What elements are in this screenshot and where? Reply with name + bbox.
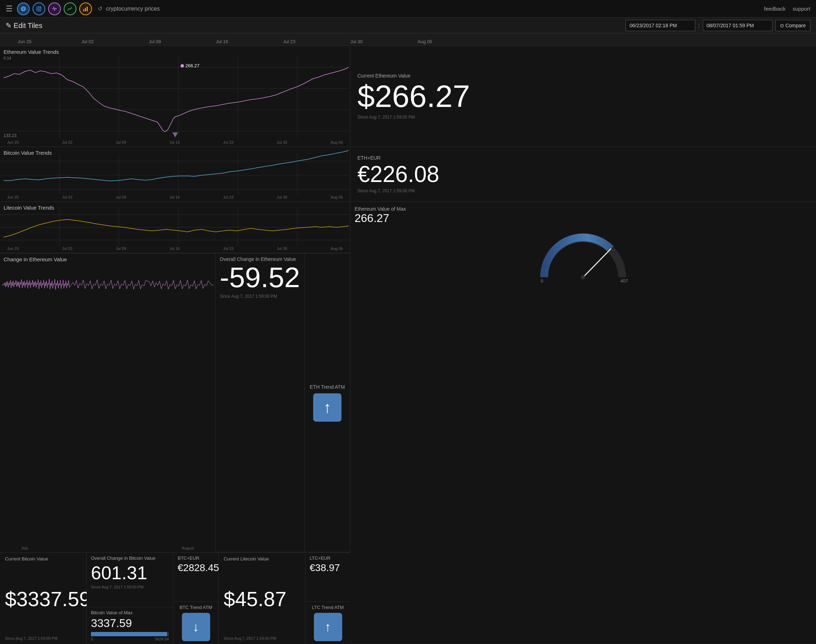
svg-line-31	[583, 249, 611, 277]
bitcoin-max-bar	[91, 632, 169, 636]
nav-logo-btn[interactable]	[17, 3, 30, 15]
current-eth-since: Since Aug 7, 2017 1:59:00 PM	[357, 115, 809, 120]
svg-point-32	[581, 275, 585, 279]
eth-max-gauge-label: Ethereum Value of Max	[355, 206, 406, 212]
timeline-tick-2: Jul 02	[81, 39, 94, 44]
eth-max-gauge-value: 266.27	[355, 212, 389, 225]
eth-trend-atm-tile: ETH Trend ATM ↑	[305, 253, 350, 552]
current-eth-value: $266.27	[357, 81, 809, 112]
bitcoin-max-fill	[91, 632, 167, 636]
btc-trend-atm-tile: BTC Trend ATM ↓	[173, 601, 218, 644]
svg-text:0: 0	[541, 278, 543, 284]
overall-change-eth-since: Since Aug 7, 2017 1:59:00 PM	[220, 294, 300, 299]
eth-eur-since: Since Aug 7, 2017 1:59:00 PM	[357, 189, 809, 193]
current-eth-tile: Current Ethereum Value $266.27 Since Aug…	[350, 46, 816, 147]
change-eth-date1: July	[21, 546, 28, 550]
eth-eur-value: €226.08	[357, 163, 809, 186]
overall-change-eth-label: Overall Change in Ethereum Value	[220, 256, 300, 262]
ltc-eur-atm-col: LTC+EUR €38.97 LTC Trend ATM ↑	[305, 553, 351, 644]
bitcoin-trends-tile: Bitcoin Value Trends Jun 25Jul 02Jul 09J…	[0, 147, 350, 202]
support-link[interactable]: support	[793, 6, 810, 12]
edit-tiles-bar: ✎ Edit Tiles : ⊙ Compare	[0, 18, 816, 33]
current-bitcoin-since: Since Aug 7, 2017 1:59:00 PM	[5, 636, 81, 641]
timeline-tick-6: Jul 30	[350, 39, 363, 44]
eth-chart-title: Ethereum Value Trends	[3, 49, 59, 55]
svg-rect-3	[83, 9, 84, 11]
eth-chart-triangle	[172, 132, 178, 137]
bitcoin-max-progress-labels: 0 3424.94	[91, 637, 169, 641]
svg-point-2	[40, 7, 41, 8]
timeline-tick-1: Jun 25	[18, 39, 32, 44]
change-eth-tile: Change in Ethereum Value July August	[0, 253, 216, 552]
timeline-tick-4: Jul 16	[216, 39, 228, 44]
btc-date-labels: Jun 25Jul 02Jul 09Jul 16Jul 23Jul 30Aug …	[0, 195, 350, 199]
compare-button[interactable]: ⊙ Compare	[775, 20, 810, 31]
nav-chart-btn[interactable]	[64, 3, 77, 15]
ltc-date-labels: Jun 25Jul 02Jul 09Jul 16Jul 23Jul 30Aug …	[0, 247, 350, 251]
current-bitcoin-tile: Current Bitcoin Value $3337.59 Since Aug…	[0, 553, 87, 644]
btc-eur-value: €2828.45	[178, 562, 214, 573]
btc-eur-tile: BTC+EUR €2828.45	[173, 553, 218, 601]
date-range: : ⊙ Compare	[626, 20, 810, 31]
eth-trend-up-btn[interactable]: ↑	[313, 393, 341, 422]
timeline-bar: Jun 25 Jul 02 Jul 09 Jul 16 Jul 23 Jul 3…	[0, 33, 816, 46]
ltc-trend-up-btn[interactable]: ↑	[314, 613, 342, 641]
change-eth-svg	[0, 253, 215, 317]
eth-marker: 266.27	[181, 63, 200, 68]
current-bitcoin-value: $3337.59	[5, 563, 81, 635]
svg-point-1	[38, 8, 40, 10]
eth-chart-svg	[0, 46, 350, 147]
nav-right: feedback support	[764, 6, 810, 12]
overall-change-btc-label: Overall Change in Bitcoin Value	[91, 555, 169, 561]
btc-trend-atm-label: BTC Trend ATM	[179, 605, 212, 610]
eth-date-labels: Jun 25Jul 02Jul 09Jul 16Jul 23Jul 30Aug …	[0, 140, 350, 144]
overall-change-eth-tile: Overall Change in Ethereum Value -59.52 …	[216, 253, 305, 552]
svg-text:407: 407	[620, 278, 628, 284]
overall-change-btc-tile: Overall Change in Bitcoin Value 601.31 S…	[87, 553, 173, 644]
btc-trend-down-btn[interactable]: ↓	[182, 613, 210, 641]
nav-instagram-btn[interactable]	[32, 3, 45, 15]
nav-icons	[17, 3, 92, 15]
ltc-eur-value: €38.97	[309, 562, 346, 573]
hamburger-icon[interactable]: ☰	[6, 4, 13, 14]
change-eth-date2: August	[182, 546, 194, 550]
change-eth-title: Change in Ethereum Value	[3, 256, 67, 262]
edit-tiles-label: ✎ Edit Tiles	[6, 21, 626, 30]
btc-eur-label: BTC+EUR	[178, 555, 214, 561]
btc-eur-atm-col: BTC+EUR €2828.45 BTC Trend ATM ↓	[173, 553, 219, 644]
date-separator: :	[698, 22, 700, 29]
timeline-tick-7: Aug 06	[418, 39, 432, 44]
eth-eur-label: ETH+EUR	[357, 155, 809, 161]
timeline-tick-5: Jul 23	[283, 39, 295, 44]
overall-change-btc-since: Since Aug 7, 2017 1:59:00 PM	[91, 585, 169, 589]
ltc-trend-atm-label: LTC Trend ATM	[312, 605, 344, 610]
eth-max-tile: Ethereum Value of Max 266.27	[350, 202, 816, 644]
overall-change-btc-value: 601.31	[91, 562, 169, 583]
svg-rect-5	[87, 7, 88, 11]
btc-chart-svg	[0, 147, 350, 201]
btc-chart-title: Bitcoin Value Trends	[3, 150, 52, 156]
feedback-link[interactable]: feedback	[764, 6, 785, 12]
eth-eur-tile: ETH+EUR €226.08 Since Aug 7, 2017 1:59:0…	[350, 147, 816, 202]
date-start-input[interactable]	[626, 20, 695, 31]
timeline-tick-3: Jul 09	[149, 39, 161, 44]
bitcoin-max-label: Bitcoin Value of Max	[91, 610, 169, 615]
litecoin-trends-tile: Litecoin Value Trends Jun 25Jul 02Jul 09…	[0, 202, 350, 253]
eth-min-label: 133.23	[3, 133, 17, 138]
eth-gauge-svg: 0 407	[534, 228, 633, 284]
date-end-input[interactable]	[703, 20, 773, 31]
current-litecoin-value: $45.87	[224, 563, 300, 635]
overall-change-eth-value: -59.52	[220, 264, 300, 292]
nav-title: ↺ cryptocurrency prices	[98, 5, 764, 12]
current-litecoin-since: Since Aug 7, 2017 1:59:00 PM	[224, 636, 300, 641]
eth-trend-atm-label: ETH Trend ATM	[309, 384, 344, 390]
ltc-eur-label: LTC+EUR	[309, 555, 346, 561]
current-litecoin-label: Current Litecoin Value	[224, 556, 300, 561]
current-litecoin-tile: Current Litecoin Value $45.87 Since Aug …	[219, 553, 305, 644]
svg-rect-4	[85, 8, 86, 11]
nav-pulse-btn[interactable]	[48, 3, 61, 15]
current-eth-label: Current Ethereum Value	[357, 73, 809, 78]
nav-bar-btn[interactable]	[79, 3, 92, 15]
ethereum-trends-tile: Ethereum Value Trends 0.14 266.27	[0, 46, 350, 147]
current-bitcoin-label: Current Bitcoin Value	[5, 556, 81, 561]
